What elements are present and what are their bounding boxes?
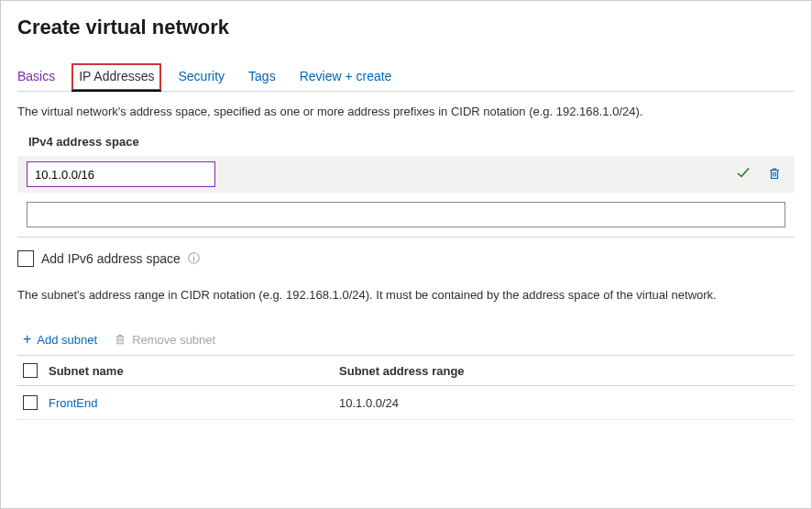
address-space-description: The virtual network's address space, spe… xyxy=(17,105,795,118)
row-checkbox[interactable] xyxy=(23,395,38,410)
tab-review-create[interactable]: Review + create xyxy=(300,63,392,91)
delete-address-button[interactable] xyxy=(763,164,785,185)
tab-security[interactable]: Security xyxy=(178,63,225,91)
checkmark-icon xyxy=(736,166,751,183)
subnet-name-link[interactable]: FrontEnd xyxy=(49,396,97,410)
ipv6-checkbox[interactable] xyxy=(17,250,34,267)
subnet-range-header: Subnet address range xyxy=(334,356,795,386)
ipv4-address-input[interactable] xyxy=(27,161,215,187)
remove-subnet-label: Remove subnet xyxy=(132,333,215,347)
info-icon[interactable]: ⓘ xyxy=(188,250,200,267)
plus-icon: + xyxy=(23,331,31,348)
ipv4-address-input-empty[interactable] xyxy=(27,202,785,227)
tabs: Basics IP Addresses Security Tags Review… xyxy=(17,63,795,92)
tab-ip-addresses[interactable]: IP Addresses xyxy=(71,63,161,91)
tab-tags[interactable]: Tags xyxy=(248,63,276,91)
ipv6-checkbox-label: Add IPv6 address space xyxy=(41,251,181,266)
subnet-table: Subnet name Subnet address range FrontEn… xyxy=(17,355,795,420)
subnet-description: The subnet's address range in CIDR notat… xyxy=(17,287,795,304)
remove-subnet-button: Remove subnet xyxy=(114,333,215,347)
tab-basics[interactable]: Basics xyxy=(17,63,55,91)
page-title: Create virtual network xyxy=(17,16,795,39)
subnet-name-header: Subnet name xyxy=(43,356,334,386)
trash-icon xyxy=(114,333,126,346)
ipv4-address-row xyxy=(17,156,795,193)
add-subnet-label: Add subnet xyxy=(37,333,97,347)
select-all-checkbox[interactable] xyxy=(23,363,38,378)
table-row: FrontEnd 10.1.0.0/24 xyxy=(17,386,795,420)
subnet-toolbar: + Add subnet Remove subnet xyxy=(23,331,795,348)
subnet-range-value: 10.1.0.0/24 xyxy=(339,396,399,410)
ipv6-checkbox-row: Add IPv6 address space ⓘ xyxy=(17,250,795,267)
add-subnet-button[interactable]: + Add subnet xyxy=(23,331,97,348)
ipv4-address-space-label: IPv4 address space xyxy=(28,135,795,149)
